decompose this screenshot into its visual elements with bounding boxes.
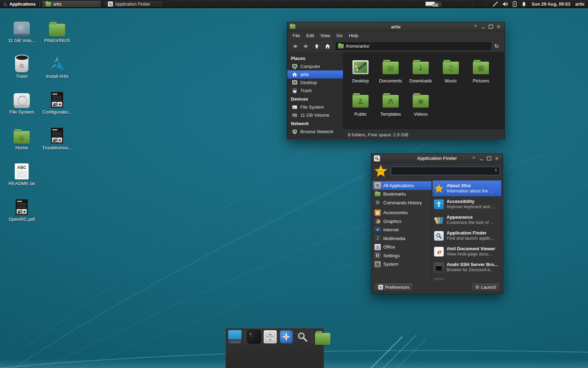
minimize-button[interactable] (479, 156, 484, 161)
server-icon (434, 263, 444, 272)
desktop-icon-troubleshooting[interactable]: Troubleshoo... (40, 126, 74, 151)
sidebar-item-artix-home[interactable]: artix (287, 70, 343, 79)
folder-item-downloads[interactable]: ↓ Downloads (406, 57, 436, 90)
desktop-icon-label: Configuratio... (42, 110, 72, 115)
workspace-pager[interactable] (425, 1, 442, 7)
category-accessories[interactable]: ▦ Accessories (373, 209, 432, 217)
shade-button[interactable] (473, 24, 478, 29)
app-item-avahi-ssh[interactable]: Avahi SSH Server Bro...Browse for Zeroco… (433, 259, 501, 275)
application-finder-titlebar[interactable]: Application Finder (371, 154, 503, 163)
folder-item-pictures[interactable]: ▦ Pictures (466, 57, 496, 90)
folder-item-desktop[interactable]: Desktop (345, 57, 376, 90)
sidebar-item-label: Trash (300, 88, 312, 93)
app-name: Atril Document Viewer (447, 246, 495, 252)
sidebar-item-computer[interactable]: Computer (287, 62, 343, 70)
close-button[interactable] (494, 156, 499, 161)
hard-drive-icon (14, 93, 30, 108)
menu-help[interactable]: Help (346, 32, 362, 39)
category-office[interactable]: ▥ Office (373, 243, 432, 252)
taskbar-button-artix[interactable]: artix (42, 0, 101, 8)
desktop-icon-label: README.txt (8, 181, 35, 186)
home-button[interactable] (323, 42, 332, 50)
menu-edit[interactable]: Edit (303, 32, 317, 39)
dock-file-cabinet-icon[interactable] (264, 330, 277, 343)
menu-view[interactable]: View (317, 32, 333, 39)
preferences-label: Preferences (385, 285, 410, 290)
app-item-avahi-vnc[interactable]: Avahi VNC Server Bro... (433, 275, 501, 280)
maximize-button[interactable] (486, 156, 492, 161)
desktop-icon-pingvinus[interactable]: PINGVINUS (40, 19, 74, 43)
network-header: Network (287, 119, 343, 128)
category-multimedia[interactable]: ♫ Multimedia (373, 234, 432, 243)
path-bar[interactable]: /home/artix/ (336, 42, 491, 50)
refresh-icon[interactable]: ↻ (492, 42, 501, 50)
folder-item-documents[interactable]: ▤ Documents (376, 57, 406, 90)
up-button[interactable] (312, 42, 321, 50)
gear-icon: ⚙ (475, 285, 479, 290)
desktop-icon-openrc-pdf[interactable]: OpenRC.pdf (5, 198, 38, 222)
volume-icon[interactable] (502, 1, 508, 7)
dock-file-manager-icon[interactable] (315, 329, 330, 345)
forward-button[interactable] (301, 42, 310, 50)
sidebar-item-11gb-volume[interactable]: 11 GB Volume (287, 111, 343, 119)
app-item-about-xfce[interactable]: About XfceInformation about the ... (433, 180, 501, 196)
desktop-icon-install-artix[interactable]: Install Artix (40, 55, 74, 79)
notifications-bell-icon[interactable] (521, 1, 527, 7)
desktop-icon-11gb-volume[interactable]: 11 GB Volu... (5, 19, 38, 43)
appearance-swatches-icon (434, 215, 444, 225)
search-input[interactable] (391, 167, 500, 175)
app-item-atril[interactable]: e Atril Document ViewerView multi-page d… (433, 244, 501, 259)
sidebar-item-desktop[interactable]: Desktop (287, 79, 343, 87)
category-settings[interactable]: Settings (373, 251, 432, 260)
folder-item-videos[interactable]: ◉ Videos (406, 90, 436, 123)
category-all-applications[interactable]: ⚙ All Applications (373, 181, 432, 190)
entry-up-arrow-icon[interactable]: ↑ (494, 168, 498, 173)
desktop-icon-label: OpenRC.pdf (8, 217, 35, 222)
category-commands-history[interactable]: ⚙ Commands History (373, 198, 432, 207)
desktop-icon-home[interactable]: ⌂ Home (5, 126, 38, 151)
desktop-icon-readme[interactable]: ABC README.txt (5, 162, 38, 186)
folder-label: Documents (379, 78, 402, 83)
artix-logo-icon (49, 55, 65, 72)
category-bookmarks[interactable]: Bookmarks (373, 190, 432, 199)
desktop-icon-trash[interactable]: ♻ Trash (5, 55, 38, 79)
minimize-button[interactable] (481, 24, 486, 29)
menu-file[interactable]: File (289, 32, 303, 39)
file-manager-titlebar[interactable]: artix (287, 22, 504, 31)
app-item-application-finder[interactable]: Application FinderFind and launch applic… (433, 228, 501, 244)
app-item-appearance[interactable]: AppearanceCustomize the look of ... (433, 212, 501, 228)
back-button[interactable] (290, 42, 300, 50)
battery-icon[interactable] (512, 1, 517, 7)
dock-terminal-icon[interactable]: >_ (247, 330, 261, 343)
dock-web-browser-icon[interactable] (280, 330, 293, 343)
search-icon (434, 231, 444, 241)
category-graphics[interactable]: Graphics (373, 217, 432, 226)
dock-display-icon[interactable] (228, 330, 241, 343)
stylus-icon[interactable] (492, 1, 498, 7)
folder-item-templates[interactable]: Λ Templates (376, 90, 406, 123)
category-system[interactable]: ⚙ System (373, 260, 432, 269)
sidebar-item-trash[interactable]: Trash (287, 87, 343, 95)
sidebar-item-browse-network[interactable]: Browse Network (287, 128, 343, 136)
devices-header: Devices (287, 95, 343, 103)
maximize-button[interactable] (488, 24, 493, 29)
panel-clock[interactable]: Sun 29 Aug, 09:53 (532, 2, 570, 7)
menu-go[interactable]: Go (333, 32, 345, 39)
category-internet[interactable]: ✶ Internet (373, 226, 432, 234)
desktop-icon-configuration[interactable]: Configuratio... (40, 90, 74, 115)
taskbar-button-application-finder[interactable]: Application Finder (104, 0, 163, 8)
desktop-icon-label: Troubleshoo... (42, 145, 72, 151)
preferences-button[interactable]: ✎ Preferences (374, 283, 413, 292)
folder-item-music[interactable]: ♫ Music (436, 57, 466, 90)
applications-menu-button[interactable]: Applications (0, 0, 38, 8)
folder-label: Pictures (473, 78, 489, 83)
person-emblem-icon (357, 98, 364, 105)
sidebar-item-file-system[interactable]: File System (287, 103, 343, 111)
app-item-accessibility[interactable]: AccessibilityImprove keyboard and ... (433, 196, 501, 212)
desktop-icon-file-system[interactable]: File System (5, 90, 38, 115)
close-button[interactable] (496, 24, 501, 29)
folder-item-public[interactable]: Public (345, 90, 376, 123)
dock-search-icon[interactable] (296, 330, 309, 343)
launch-button[interactable]: ⚙ Launch (471, 283, 500, 292)
shade-button[interactable] (471, 156, 476, 161)
